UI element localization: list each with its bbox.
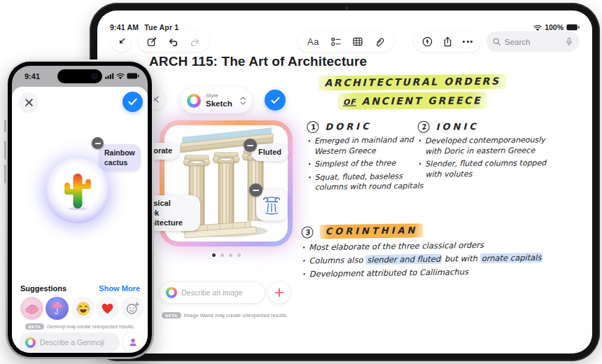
corinthian-bullet: ·Most elaborate of the three classical o… xyxy=(302,239,559,253)
checkmark-icon xyxy=(271,97,280,104)
rainbow-cactus-emoji xyxy=(60,172,95,211)
notes-section-ionic: 2IONIC ·Developed contemporaneously with… xyxy=(418,120,556,183)
image-wand-accept-button[interactable] xyxy=(265,90,286,111)
checklist-icon xyxy=(331,37,341,46)
ionic-bullet: ·Slender, fluted columns topped with vol… xyxy=(418,158,555,180)
actions-toolbar-group xyxy=(414,31,481,52)
battery-icon xyxy=(566,24,580,31)
redo-icon xyxy=(190,37,200,46)
iphone-device: 9:41 Rainbow cact xyxy=(6,59,154,359)
doric-bullet: ·Emerged in mainland and Western Greece xyxy=(307,135,425,157)
suggestion-brain-emoji[interactable] xyxy=(20,297,43,320)
umbrella-emoji-icon xyxy=(50,302,64,316)
attachment-button[interactable] xyxy=(374,37,384,47)
ionic-number: 2 xyxy=(416,120,430,134)
genmoji-prompt-input[interactable] xyxy=(40,338,114,346)
search-input[interactable] xyxy=(505,38,561,46)
beta-badge: BETA xyxy=(25,323,45,330)
genmoji-close-button[interactable] xyxy=(19,92,38,112)
ipad-device: 9:41 AMTue Apr 1 100% Aa xyxy=(90,3,600,361)
search-bar[interactable] xyxy=(486,31,579,52)
people-genmoji-button[interactable] xyxy=(123,332,143,352)
style-label: Style xyxy=(206,93,235,99)
search-icon xyxy=(493,38,500,46)
show-more-link[interactable]: Show More xyxy=(99,284,140,293)
corinthian-title: CORINTHIAN xyxy=(319,223,423,239)
image-pagination-dots[interactable] xyxy=(174,253,279,257)
table-icon xyxy=(353,37,363,46)
wifi-icon xyxy=(116,73,125,79)
add-emoji-icon xyxy=(125,301,140,316)
checklist-button[interactable] xyxy=(331,37,341,46)
prompt-tag-fluted[interactable]: Fluted xyxy=(251,144,288,161)
stage: 9:41 AMTue Apr 1 100% Aa xyxy=(0,0,602,364)
style-picker[interactable]: StyleSketch xyxy=(181,88,252,113)
ionic-bullet: ·Developed contemporaneously with Doric … xyxy=(418,135,555,157)
create-new-emoji-button[interactable] xyxy=(121,297,144,320)
share-button[interactable] xyxy=(443,36,452,47)
cellular-icon xyxy=(105,73,114,79)
genmoji-prompt-label[interactable]: Rainbow cactus xyxy=(99,144,141,172)
compose-button[interactable] xyxy=(147,37,157,47)
image-prompt-input[interactable] xyxy=(181,288,258,297)
genmoji-preview-bubble xyxy=(45,158,110,223)
remove-sketch-reference-button[interactable] xyxy=(249,183,262,197)
front-camera xyxy=(91,73,98,80)
table-button[interactable] xyxy=(353,37,363,46)
suggestion-laughing-emoji[interactable] xyxy=(71,297,94,320)
action-button xyxy=(4,120,6,132)
mic-icon[interactable] xyxy=(566,37,573,46)
undo-button[interactable] xyxy=(168,37,178,46)
doric-bullet: ·Simplest of the three xyxy=(307,158,425,170)
remove-fluted-button[interactable] xyxy=(244,139,257,152)
dynamic-island xyxy=(57,69,102,83)
iphone-status-time: 9:41 xyxy=(24,72,40,80)
format-toolbar-group: Aa xyxy=(298,31,394,52)
remove-genmoji-prompt-button[interactable] xyxy=(92,137,104,149)
beta-badge: BETA xyxy=(162,312,181,318)
heart-emoji-icon xyxy=(100,302,115,315)
doric-bullet: ·Squat, fluted, baseless columns with ro… xyxy=(307,171,425,192)
image-wand-prompt-bar[interactable] xyxy=(160,282,265,303)
ipad-screen: 9:41 AMTue Apr 1 100% Aa xyxy=(97,10,592,354)
corinthian-bullet: ·Columns also slender and fluted but wit… xyxy=(302,253,559,267)
doric-number: 1 xyxy=(306,120,320,134)
ipad-front-camera xyxy=(345,6,349,10)
apple-intelligence-icon xyxy=(25,337,36,348)
volume-up-button xyxy=(4,141,6,160)
more-button[interactable] xyxy=(463,41,472,43)
doric-title: DORIC xyxy=(325,121,371,132)
genmoji-sheet: Rainbow cactus xyxy=(12,87,148,353)
wifi-icon xyxy=(533,24,542,31)
close-icon xyxy=(24,98,34,107)
ipad-status-bar: 9:41 AMTue Apr 1 xyxy=(110,23,178,31)
iphone-status-icons xyxy=(105,73,139,79)
suggestion-heart-emoji[interactable] xyxy=(96,297,119,320)
genmoji-accept-button[interactable] xyxy=(122,92,143,112)
ipad-status-time: 9:41 AM xyxy=(110,23,139,31)
notes-heading-line1: ARCHITECTURAL ORDERS xyxy=(307,74,517,89)
suggestion-umbrella-genmoji[interactable] xyxy=(46,297,69,320)
redo-button[interactable] xyxy=(190,37,200,46)
laughing-emoji-icon xyxy=(76,301,91,316)
ionic-title: IONIC xyxy=(436,121,479,132)
plus-icon xyxy=(274,288,284,298)
note-title[interactable]: ARCH 115: The Art of Architecture xyxy=(149,54,367,69)
genmoji-prompt-bar[interactable] xyxy=(20,332,120,352)
style-swirl-icon xyxy=(187,94,201,108)
undo-icon xyxy=(168,37,178,46)
text-format-button[interactable]: Aa xyxy=(307,36,319,47)
apple-intelligence-icon xyxy=(166,287,177,298)
markup-button[interactable] xyxy=(422,36,433,47)
style-value: Sketch xyxy=(206,99,235,108)
checkmark-icon xyxy=(128,98,137,106)
collapse-button[interactable] xyxy=(111,31,132,52)
notes-section-corinthian: 3CORINTHIAN ·Most elaborate of the three… xyxy=(301,221,559,283)
minus-icon xyxy=(253,190,259,191)
iphone-status-bar: 9:41 xyxy=(12,66,148,88)
paperclip-icon xyxy=(374,37,384,47)
edit-toolbar-group xyxy=(138,31,209,52)
column-sketch-icon xyxy=(260,193,284,217)
person-icon xyxy=(128,337,138,347)
add-image-button[interactable] xyxy=(269,282,290,303)
